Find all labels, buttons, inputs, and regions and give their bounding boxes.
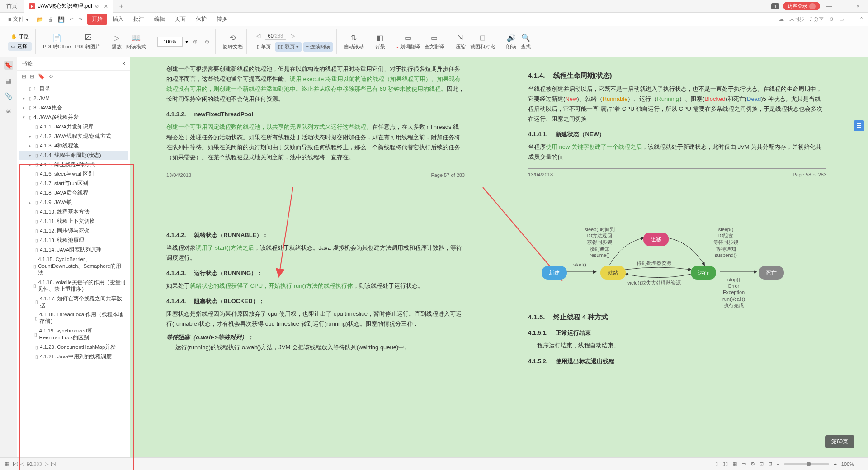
menu-insert[interactable]: 插入 [108, 14, 128, 25]
next-page-button[interactable]: ▷ [288, 31, 297, 40]
zoom-slider[interactable] [784, 463, 829, 465]
bookmark-item[interactable]: ▯4.1.1. JAVA并发知识库 [19, 122, 128, 132]
undo-icon[interactable]: ↶ [69, 16, 74, 23]
bookmark-item[interactable]: ▯4.1.18. ThreadLocal作用（线程本地存储） [19, 310, 128, 326]
bookmark-item[interactable]: ▯4.1.16. volatile关键字的作用（变量可见性、禁止重排序） [19, 278, 128, 294]
sb-page-current[interactable]: 60 [27, 461, 32, 467]
add-tab-button[interactable]: + [113, 2, 128, 10]
zoom-in-icon[interactable]: ⊕ [191, 37, 200, 46]
sb-next-page[interactable]: ▷ [45, 461, 48, 467]
close-button[interactable]: × [853, 3, 863, 9]
bookmark-item[interactable]: ▯4.1.20. ConcurrentHashMap并发 [19, 342, 128, 352]
read-aloud-button[interactable]: 🔊朗读 [506, 33, 516, 50]
select-tool[interactable]: ▭ 选择 [8, 42, 32, 51]
menu-annotate[interactable]: 批注 [129, 14, 149, 25]
guest-login-button[interactable]: 访客登录 [783, 2, 820, 10]
sync-status[interactable]: 未同步 [789, 16, 804, 23]
collapse-icon[interactable]: ⌃ [859, 16, 863, 22]
rotate-button[interactable]: ⟲旋转文档 [223, 33, 243, 50]
page-current[interactable]: 60 [268, 33, 274, 38]
find-button[interactable]: 🔍查找 [521, 33, 531, 50]
read-mode-button[interactable]: 📖阅读模式 [126, 33, 146, 50]
bookmark-item[interactable]: ▯4.1.12. 同步锁与死锁 [19, 226, 128, 236]
bookmark-item[interactable]: ▸▯3. JAVA集合 [19, 103, 128, 113]
save-icon[interactable]: 💾 [58, 16, 65, 23]
bookmark-item[interactable]: ▯4.1.19. synchronized和ReentrantLock的区别 [19, 326, 128, 342]
prev-page-button[interactable]: ◁ [254, 31, 263, 40]
bp-tool-2[interactable]: ⊟ [30, 73, 34, 80]
zoom-out-icon[interactable]: ⊖ [203, 37, 212, 46]
window-icon[interactable]: ▭ [839, 16, 844, 22]
play-button[interactable]: ▷播放 [112, 33, 122, 50]
sb-first-page[interactable]: |◁ [13, 461, 18, 467]
goto-page-float[interactable]: 第60页 [825, 435, 854, 448]
bookmark-item[interactable]: ▸▯4.1.5. 终止线程4种方式 [19, 160, 128, 170]
bookmark-item[interactable]: ▸▯2. JVM [19, 94, 128, 103]
sb-zoom-in[interactable]: + [834, 461, 836, 467]
bookmark-item[interactable]: ▸▯4.1.3. 4种线程池 [19, 141, 128, 151]
file-tab[interactable]: P JAVA核心知识整理.pdf ⊘ × [24, 0, 113, 13]
word-translate-button[interactable]: ▭● 划词翻译 [396, 33, 420, 50]
close-icon[interactable]: × [104, 3, 108, 10]
sb-view-1[interactable]: ▯ [715, 461, 718, 467]
sb-view-4[interactable]: ▭ [741, 461, 746, 467]
bp-tool-1[interactable]: ⊞ [22, 73, 26, 80]
sb-view-2[interactable]: ▯▯ [722, 461, 728, 467]
maximize-button[interactable]: □ [838, 3, 849, 9]
full-translate-button[interactable]: ▭全文翻译 [425, 33, 444, 50]
bookmark-item[interactable]: ▾▯4. JAVA多线程并发 [19, 113, 128, 122]
sb-last-page[interactable]: ▷| [51, 461, 56, 467]
sb-zoom-value[interactable]: 100% [841, 461, 854, 467]
zoom-dropdown-icon[interactable]: ▾ [185, 38, 188, 45]
settings-icon[interactable]: ⚙ [829, 16, 834, 22]
bookmark-item[interactable]: ▯4.1.10. 线程基本方法 [19, 207, 128, 217]
bookmark-close-icon[interactable]: × [122, 61, 125, 67]
screenshot-button[interactable]: ⊡截图和对比 [470, 33, 495, 50]
open-icon[interactable]: 📂 [37, 16, 43, 23]
menu-start[interactable]: 开始 [87, 14, 107, 25]
bookmark-item[interactable]: ▸▯4.1.2. JAVA线程实现/创建方式 [19, 132, 128, 141]
thumbnail-panel-icon[interactable]: ▦ [4, 76, 13, 85]
menu-page[interactable]: 页面 [170, 14, 190, 25]
attachment-panel-icon[interactable]: 📎 [4, 91, 13, 100]
sb-thumb-icon[interactable]: ▦ [5, 461, 9, 467]
pdf-to-office-button[interactable]: 📄PDF转Office [43, 33, 71, 50]
redo-icon[interactable]: ↷ [78, 16, 83, 23]
sb-fit-1[interactable]: ⊡ [760, 461, 764, 467]
bookmark-item[interactable]: ▯4.1.15. CyclicBarrier、CountDownLatch、Se… [19, 255, 128, 278]
bookmark-list[interactable]: ▯1. 目录▸▯2. JVM▸▯3. JAVA集合▾▯4. JAVA多线程并发▯… [17, 82, 130, 457]
sb-fit-2[interactable]: ⊞ [768, 461, 772, 467]
menu-hamburger[interactable]: ≡ 文件 ▾ [5, 14, 32, 25]
tab-pin-icon[interactable]: ⊘ [95, 4, 99, 9]
auto-scroll-button[interactable]: ⇅自动滚动 [344, 33, 364, 50]
minimize-button[interactable]: — [824, 3, 835, 9]
double-page-button[interactable]: ▯▯ 双页 ▾ [275, 42, 302, 52]
more-icon[interactable]: ⋯ [849, 16, 854, 22]
menu-convert[interactable]: 转换 [212, 14, 232, 25]
pager-float-icon[interactable]: ☰ [854, 120, 864, 131]
bookmark-item[interactable]: ▯4.1.17. 如何在两个线程之间共享数据 [19, 294, 128, 310]
bookmark-item[interactable]: ▯1. 目录 [19, 84, 128, 94]
menu-edit[interactable]: 编辑 [150, 14, 170, 25]
bookmark-item[interactable]: ▸▯4.1.4. 线程生命周期(状态) [19, 151, 128, 160]
share-button[interactable]: ⤴ 分享 [810, 16, 824, 23]
home-tab[interactable]: 首页 [0, 2, 24, 10]
notification-badge[interactable]: 1 [771, 3, 779, 9]
single-page-button[interactable]: ▯ 单页 [254, 42, 274, 52]
sb-prev-page[interactable]: ◁ [20, 461, 24, 467]
bookmark-item[interactable]: ▸▯4.1.9. JAVA锁 [19, 198, 128, 207]
bookmark-item[interactable]: ▯4.1.8. JAVA后台线程 [19, 188, 128, 198]
bookmark-item[interactable]: ▯4.1.21. Java中用到的线程调度 [19, 352, 128, 361]
bookmark-panel-icon[interactable]: 🔖 [4, 61, 13, 70]
hand-tool[interactable]: ✋ 手型 [8, 33, 32, 41]
bookmark-item[interactable]: ▯4.1.13. 线程池原理 [19, 236, 128, 245]
document-viewport[interactable]: ☰ 创建一个可根据需要创建新线程的线程池，但是在以前构造的线程可用时将重用它们。… [130, 57, 868, 457]
bp-tool-3[interactable]: 🔖 [38, 73, 45, 80]
bp-tool-4[interactable]: ⟲ [48, 73, 53, 80]
sb-settings-icon[interactable]: ⚙ [750, 461, 755, 467]
pdf-to-image-button[interactable]: 🖼PDF转图片 [75, 33, 100, 50]
sb-view-3[interactable]: ▦ [732, 461, 737, 467]
compress-button[interactable]: ⇲压缩 [456, 33, 466, 50]
print-icon[interactable]: 🖨 [48, 16, 53, 23]
menu-protect[interactable]: 保护 [191, 14, 211, 25]
